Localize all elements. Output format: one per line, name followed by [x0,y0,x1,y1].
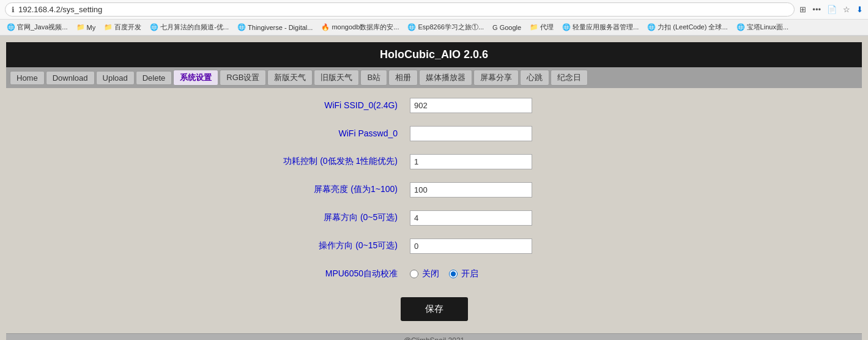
nav-tabs: Home Download Upload Delete 系统设置 RGB设置 新… [6,67,862,88]
bookmark-item[interactable]: 🌐 七月算法的自频道-优... [147,21,232,33]
label-mpu: MPU6050自动校准 [18,268,410,279]
browser-chrome: ℹ 192.168.4.2/sys_setting ⊞ ••• 📄 ☆ ⬇ 🌐 … [0,0,868,36]
address-bar-url[interactable]: ℹ 192.168.4.2/sys_setting [5,2,795,17]
tab-rgb[interactable]: RGB设置 [220,70,266,86]
reader-icon[interactable]: 📄 [827,5,837,14]
bookmark-icon: 🌐 [562,23,571,31]
bookmark-label: mongodb数据库的安... [332,23,399,32]
tab-old-weather[interactable]: 旧版天气 [314,70,359,86]
input-op-dir[interactable] [410,238,532,254]
bookmark-icon: 🌐 [736,23,745,31]
label-screen-dir: 屏幕方向 (0~5可选) [18,212,410,223]
bookmark-item[interactable]: 📁 代理 [527,21,557,33]
bookmark-item[interactable]: 📁 My [73,22,99,32]
label-brightness: 屏幕亮度 (值为1~100) [18,184,410,195]
bookmark-item[interactable]: G Google [489,23,524,32]
tab-delete[interactable]: Delete [136,71,172,85]
bookmark-item[interactable]: 🌐 宝塔Linux面... [733,21,792,33]
tab-heartbeat[interactable]: 心跳 [520,70,549,86]
bookmark-label: My [87,24,96,31]
bookmark-icon: 🌐 [237,23,246,31]
bookmark-icon: 🌐 [7,23,15,31]
form-row-wifi-ssid: WiFi SSID_0(2.4G) [18,94,850,116]
bookmark-label: Google [500,24,521,31]
footer: @ClimbSnail 2021 [6,333,862,340]
form-row-op-dir: 操作方向 (0~15可选) [18,235,850,257]
bookmark-icon: 🌐 [150,23,158,31]
bookmark-icon: G [492,24,498,31]
form-area: WiFi SSID_0(2.4G) WiFi Passwd_0 功耗控制 (0低… [6,88,862,333]
input-screen-dir[interactable] [410,210,532,226]
browser-action-icons: ⊞ ••• 📄 ☆ ⬇ [799,5,863,14]
bookmark-item[interactable]: 🌐 Thingiverse - Digital... [234,22,316,32]
radio-option-open[interactable]: 开启 [449,268,478,279]
folder-icon: 📁 [104,23,113,31]
input-power[interactable] [410,154,532,169]
label-wifi-passwd: WiFi Passwd_0 [18,128,410,138]
label-wifi-ssid: WiFi SSID_0(2.4G) [18,100,410,110]
bookmark-label: 官网_Java视频... [17,23,68,32]
bookmark-label: Thingiverse - Digital... [248,24,313,31]
bookmark-label: 百度开发 [114,23,141,32]
input-brightness[interactable] [410,182,532,198]
footer-text: @ClimbSnail 2021 [404,336,465,340]
bookmark-label: 力扣 (LeetCode) 全球... [658,23,727,32]
radio-open[interactable] [449,270,458,278]
radio-group-mpu: 关闭 开启 [410,268,478,279]
radio-option-close[interactable]: 关闭 [410,268,439,279]
form-row-brightness: 屏幕亮度 (值为1~100) [18,179,850,201]
input-wifi-passwd[interactable] [410,126,532,141]
tab-new-weather[interactable]: 新版天气 [267,70,313,86]
bookmark-item[interactable]: 🌐 Esp8266学习之旅①... [404,21,487,33]
save-button[interactable]: 保存 [401,297,468,321]
tab-upload[interactable]: Upload [96,71,135,85]
bookmark-icon: 🌐 [407,23,416,31]
tab-album[interactable]: 相册 [388,70,418,86]
radio-close-label: 关闭 [422,268,439,279]
folder-icon: 📁 [530,23,538,31]
app-header: HoloCubic_AIO 2.0.6 [6,42,862,67]
form-row-wifi-passwd: WiFi Passwd_0 [18,122,850,144]
form-row-mpu: MPU6050自动校准 关闭 开启 [18,263,850,285]
label-power: 功耗控制 (0低发热 1性能优先) [18,156,410,167]
more-icon[interactable]: ••• [812,5,821,14]
form-row-power: 功耗控制 (0低发热 1性能优先) [18,150,850,172]
radio-open-label: 开启 [461,268,478,279]
bookmark-item[interactable]: 📁 百度开发 [101,21,144,33]
radio-close[interactable] [410,270,418,278]
bookmark-icon: 🔥 [321,23,330,31]
download-icon[interactable]: ⬇ [856,5,863,14]
tab-screen-share[interactable]: 屏幕分享 [473,70,519,86]
page-content: HoloCubic_AIO 2.0.6 Home Download Upload… [0,36,868,340]
grid-icon[interactable]: ⊞ [799,5,806,14]
tab-download[interactable]: Download [46,71,95,85]
address-bar: ℹ 192.168.4.2/sys_setting ⊞ ••• 📄 ☆ ⬇ [0,0,868,20]
tab-bilibili[interactable]: B站 [360,70,387,86]
bookmark-label: 代理 [540,23,554,32]
form-row-screen-dir: 屏幕方向 (0~5可选) [18,207,850,229]
bookmark-item[interactable]: 🌐 轻量应用服务器管理... [559,21,642,33]
info-icon: ℹ [12,6,15,14]
bookmarks-bar: 🌐 官网_Java视频... 📁 My 📁 百度开发 🌐 七月算法的自频道-优.… [0,20,868,35]
input-wifi-ssid[interactable] [410,98,532,113]
folder-icon: 📁 [76,23,85,31]
url-text: 192.168.4.2/sys_setting [18,5,102,14]
save-btn-row: 保存 [18,297,850,321]
bookmark-item[interactable]: 🌐 官网_Java视频... [4,21,71,33]
bookmark-item[interactable]: 🌐 力扣 (LeetCode) 全球... [644,21,730,33]
label-op-dir: 操作方向 (0~15可选) [18,240,410,251]
bookmark-label: 宝塔Linux面... [747,23,788,32]
bookmark-item[interactable]: 🔥 mongodb数据库的安... [318,21,402,33]
bookmark-label: 七月算法的自频道-优... [160,23,229,32]
tab-anniversary[interactable]: 纪念日 [551,70,588,86]
star-icon[interactable]: ☆ [843,5,850,14]
tab-sys-setting[interactable]: 系统设置 [173,70,218,86]
tab-media-player[interactable]: 媒体播放器 [419,70,472,86]
tab-home[interactable]: Home [10,71,45,85]
app-title: HoloCubic_AIO 2.0.6 [380,48,488,61]
bookmark-label: Esp8266学习之旅①... [418,23,484,32]
bookmark-icon: 🌐 [647,23,656,31]
bookmark-label: 轻量应用服务器管理... [573,23,639,32]
